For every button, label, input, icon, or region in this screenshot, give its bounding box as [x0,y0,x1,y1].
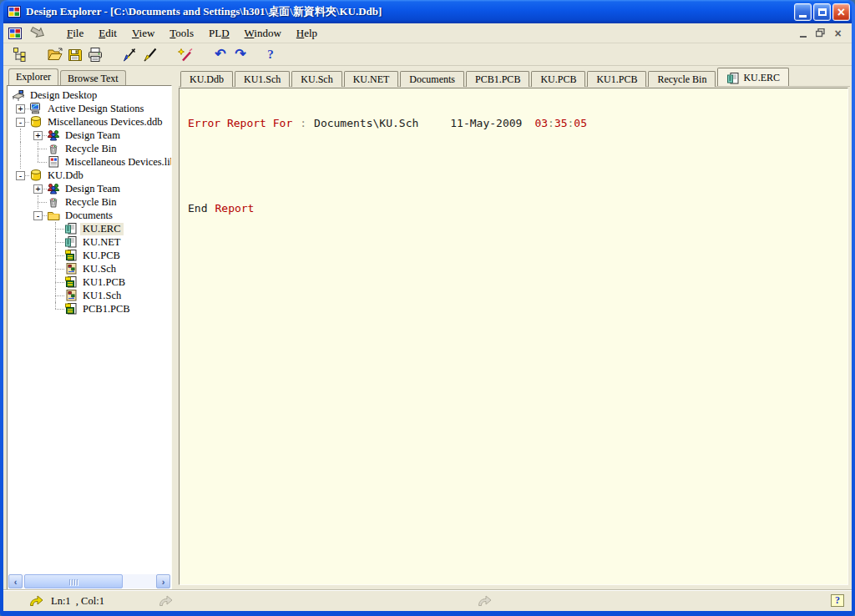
tree-item-ku1-sch[interactable]: KU1.Sch [8,289,171,302]
tree-item-design-team-2[interactable]: + Design Team [8,182,171,195]
maximize-button[interactable] [813,3,831,21]
menubar: File Edit View Tools PLD Window Help × [3,23,852,43]
edit-button[interactable] [140,45,160,63]
menu-tools[interactable]: Tools [162,25,201,42]
context-help-button[interactable]: ? [831,594,844,607]
menu-help[interactable]: Help [289,25,325,42]
scrollbar-track[interactable] [23,574,156,588]
cross-probe-button[interactable] [120,45,140,63]
explorer-tree-icon [13,47,28,63]
menu-view[interactable]: View [124,25,162,42]
doc-tab-ku-sch[interactable]: KU.Sch [291,71,341,87]
print-button[interactable] [85,45,105,63]
tree-item-documents[interactable]: - Documents [8,209,171,222]
menu-edit[interactable]: Edit [91,25,124,42]
cursor-position: Ln:1 , Col:1 [51,595,104,608]
doc-tab-recycle-bin[interactable]: Recycle Bin [648,71,716,87]
database-icon [29,169,45,182]
pen-icon [142,47,159,63]
tab-browse-text[interactable]: Browse Text [60,70,126,85]
mdi-close-button[interactable]: × [831,27,845,39]
close-button[interactable]: × [832,3,850,21]
printer-icon [87,47,104,63]
tree-item-miscellaneous-devices-lib[interactable]: Miscellaneous Devices.lib [8,155,171,169]
tree-item-design-desktop[interactable]: Design Desktop [8,88,171,102]
sch-doc-icon [64,262,80,275]
tree-item-pcb1-pcb[interactable]: PCB1.PCB [8,302,171,316]
report-header-line: Error Report For:Documents\KU.Sch11-May-… [188,117,847,129]
mdi-restore-icon [816,28,825,38]
tab-explorer[interactable]: Explorer [8,68,58,85]
recycle-bin-icon [47,195,63,209]
app-logo-icon [8,5,22,18]
pcb-doc-icon [64,275,80,289]
doc-tab-ku-ddb[interactable]: KU.Ddb [180,71,233,87]
tree-item-miscellaneous-devices-ddb[interactable]: - Miscellaneous Devices.ddb [8,115,171,129]
mdi-restore-button[interactable] [813,27,827,39]
expand-plus-icon[interactable]: + [33,184,43,194]
tree-item-ku-pcb[interactable]: KU.PCB [8,249,171,262]
tree-item-ku1-pcb[interactable]: KU1.PCB [8,275,171,289]
desktop-icon [12,88,28,102]
folder-icon [47,209,63,222]
knife-icon [122,47,139,63]
jump-arrow-icon [28,594,44,608]
window-title: Design Explorer - [C:\Documents and Sett… [26,4,794,19]
minimize-button[interactable] [794,3,812,21]
tree-item-ku-erc[interactable]: KU.ERC [8,222,171,235]
wizard-button[interactable] [175,45,195,63]
titlebar[interactable]: Design Explorer - [C:\Documents and Sett… [3,0,852,23]
collapse-minus-icon[interactable]: - [33,211,43,220]
open-folder-icon [47,47,63,62]
tree-item-design-team-1[interactable]: + Design Team [8,129,171,142]
tree-item-recycle-bin-1[interactable]: Recycle Bin [8,142,171,155]
tree-item-ku-ddb[interactable]: - KU.Ddb [8,169,171,182]
tree-item-ku-sch[interactable]: KU.Sch [8,262,171,275]
expand-plus-icon[interactable]: + [16,104,25,114]
mdi-minimize-button[interactable] [796,27,810,39]
library-icon [47,155,63,169]
collapse-panel-arrow-icon[interactable] [29,26,48,40]
scrollbar-thumb[interactable] [24,574,123,588]
report-doc-icon [64,235,80,249]
document-tabs: KU.Ddb KU1.Sch KU.Sch KU.NET Documents P… [179,68,850,87]
doc-tab-ku1-pcb[interactable]: KU1.PCB [587,71,646,87]
tree-horizontal-scrollbar[interactable]: ‹ › [8,574,170,588]
document-app-icon[interactable] [8,27,23,40]
mdi-close-icon: × [834,27,841,40]
doc-tab-ku-erc[interactable]: KU.ERC [717,68,789,86]
doc-tab-pcb1-pcb[interactable]: PCB1.PCB [466,71,529,87]
menu-file[interactable]: File [59,25,91,42]
save-button[interactable] [65,45,85,63]
scroll-left-arrow-icon[interactable]: ‹ [8,574,23,588]
tree-item-active-design-stations[interactable]: + Active Design Stations [8,102,171,115]
menu-pld[interactable]: PLD [201,25,237,42]
explorer-toggle-button[interactable] [10,45,30,63]
panel-tabs: Explorer Browse Text [7,68,172,85]
tree-item-ku-net[interactable]: KU.NET [8,235,171,249]
undo-button[interactable]: ↶ [210,45,230,63]
explorer-panel: Explorer Browse Text Design Desktop + Ac… [7,68,172,590]
collapse-minus-icon[interactable]: - [16,171,25,180]
menu-window[interactable]: Window [237,25,289,42]
redo-button[interactable]: ↷ [230,45,250,63]
tree-item-recycle-bin-2[interactable]: Recycle Bin [8,195,171,209]
error-report-view[interactable]: Error Report For:Documents\KU.Sch11-May-… [179,88,848,585]
expand-plus-icon[interactable]: + [33,131,43,140]
statusbar: Ln:1 , Col:1 ? [3,590,852,611]
toolbar: ↶ ↷ ? [3,43,852,66]
grayed-arrow-icon [158,594,174,608]
doc-tab-documents[interactable]: Documents [400,71,464,87]
report-end-line: EndReport [188,202,847,215]
doc-tab-ku-pcb[interactable]: KU.PCB [531,71,585,87]
help-button[interactable]: ? [261,45,281,63]
maximize-icon [818,8,827,16]
team-icon [47,129,63,142]
scroll-right-arrow-icon[interactable]: › [156,574,170,588]
doc-tab-ku1-sch[interactable]: KU1.Sch [235,71,290,87]
collapse-minus-icon[interactable]: - [16,118,25,127]
doc-tab-ku-net[interactable]: KU.NET [344,71,399,87]
open-document-button[interactable] [45,45,65,63]
design-explorer-window: Design Explorer - [C:\Documents and Sett… [0,0,855,616]
mdi-minimize-icon [800,36,807,38]
